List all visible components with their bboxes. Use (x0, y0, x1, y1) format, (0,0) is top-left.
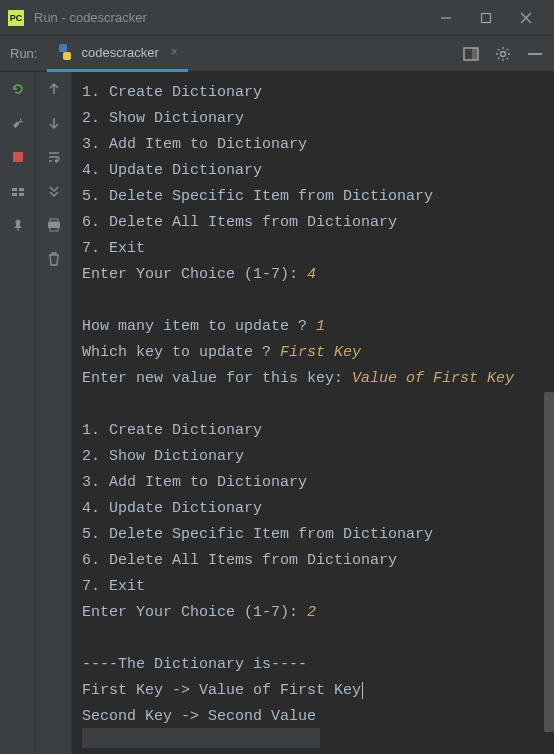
stop-icon[interactable] (9, 148, 27, 166)
svg-rect-11 (12, 193, 17, 196)
tab-close-button[interactable]: × (171, 45, 178, 59)
app-icon: PC (8, 10, 24, 26)
run-label: Run: (0, 46, 47, 61)
tab-codescracker[interactable]: codescracker × (47, 36, 187, 72)
scroll-end-icon[interactable] (45, 182, 63, 200)
rerun-icon[interactable] (9, 80, 27, 98)
menu-line: 5. Delete Specific Item from Dictionary (82, 184, 544, 210)
console-output[interactable]: 1. Create Dictionary 2. Show Dictionary … (72, 72, 554, 754)
menu-line: 7. Exit (82, 236, 544, 262)
layout-toggle-icon[interactable] (9, 182, 27, 200)
menu-line: 6. Delete All Items from Dictionary (82, 548, 544, 574)
menu-line: 7. Exit (82, 574, 544, 600)
prompt-text: Enter new value for this key: (82, 370, 352, 387)
prompt-text: How many item to update ? (82, 318, 316, 335)
hide-icon[interactable] (526, 45, 544, 63)
close-button[interactable] (506, 0, 546, 36)
prompt-line: How many item to update ? 1 (82, 314, 544, 340)
trash-icon[interactable] (45, 250, 63, 268)
svg-rect-10 (19, 188, 24, 191)
prompt-line: Which key to update ? First Key (82, 340, 544, 366)
menu-line: 2. Show Dictionary (82, 444, 544, 470)
user-input: 2 (307, 604, 316, 621)
left-gutter-1 (0, 72, 36, 754)
python-icon (57, 44, 73, 60)
wrap-icon[interactable] (45, 148, 63, 166)
svg-rect-12 (19, 193, 24, 196)
menu-line: 1. Create Dictionary (82, 80, 544, 106)
wrench-icon[interactable] (9, 114, 27, 132)
menu-line: 4. Update Dictionary (82, 158, 544, 184)
svg-rect-5 (472, 48, 478, 60)
title-bar: PC Run - codescracker (0, 0, 554, 36)
blank-line (82, 392, 544, 418)
scrollbar-thumb[interactable] (544, 392, 554, 732)
content-area: 1. Create Dictionary 2. Show Dictionary … (0, 72, 554, 754)
menu-line: 3. Add Item to Dictionary (82, 470, 544, 496)
maximize-button[interactable] (466, 0, 506, 36)
user-input: 1 (316, 318, 325, 335)
user-input: First Key (280, 344, 361, 361)
blank-line (82, 626, 544, 652)
print-icon[interactable] (45, 216, 63, 234)
menu-line: 2. Show Dictionary (82, 106, 544, 132)
menu-line: 4. Update Dictionary (82, 496, 544, 522)
svg-rect-1 (482, 13, 491, 22)
prompt-line: Enter Your Choice (1-7): 4 (82, 262, 544, 288)
console-input[interactable] (82, 728, 320, 748)
prompt-text: Enter Your Choice (1-7): (82, 266, 307, 283)
toolbar-right (462, 45, 554, 63)
pin-icon[interactable] (9, 216, 27, 234)
prompt-text: Which key to update ? (82, 344, 280, 361)
dict-row: First Key -> Value of First Key (82, 682, 361, 699)
output-line: ----The Dictionary is---- (82, 652, 544, 678)
text-cursor (362, 682, 363, 699)
menu-line: 5. Delete Specific Item from Dictionary (82, 522, 544, 548)
layout-icon[interactable] (462, 45, 480, 63)
output-line: First Key -> Value of First Key (82, 678, 544, 704)
run-toolbar: Run: codescracker × (0, 36, 554, 72)
up-arrow-icon[interactable] (45, 80, 63, 98)
prompt-line: Enter new value for this key: Value of F… (82, 366, 544, 392)
gear-icon[interactable] (494, 45, 512, 63)
svg-rect-8 (13, 152, 23, 162)
menu-line: 6. Delete All Items from Dictionary (82, 210, 544, 236)
left-gutter-2 (36, 72, 72, 754)
prompt-text: Enter Your Choice (1-7): (82, 604, 307, 621)
menu-line: 3. Add Item to Dictionary (82, 132, 544, 158)
output-line: Second Key -> Second Value (82, 704, 544, 730)
window-title: Run - codescracker (34, 10, 426, 25)
svg-rect-14 (50, 219, 58, 222)
blank-line (82, 288, 544, 314)
down-arrow-icon[interactable] (45, 114, 63, 132)
svg-point-6 (501, 51, 506, 56)
tab-name: codescracker (81, 45, 158, 60)
menu-line: 1. Create Dictionary (82, 418, 544, 444)
user-input: Value of First Key (352, 370, 514, 387)
prompt-line: Enter Your Choice (1-7): 2 (82, 600, 544, 626)
user-input: 4 (307, 266, 316, 283)
minimize-button[interactable] (426, 0, 466, 36)
svg-rect-9 (12, 188, 17, 191)
